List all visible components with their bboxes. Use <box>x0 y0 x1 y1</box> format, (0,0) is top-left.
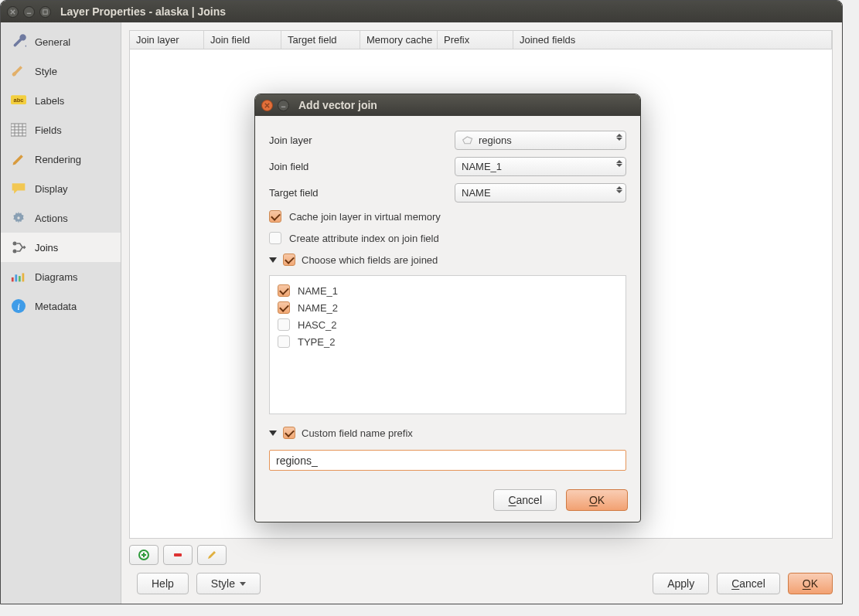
label-custom-prefix: Custom field name prefix <box>302 427 413 439</box>
grid-icon <box>10 121 27 138</box>
dialog-ok-button[interactable]: OK <box>566 489 628 511</box>
cache-checkbox[interactable] <box>269 210 281 223</box>
expander-triangle-icon[interactable] <box>269 257 277 263</box>
create-index-checkbox[interactable] <box>269 232 281 244</box>
joins-toolbar <box>129 545 833 565</box>
add-vector-join-dialog: Add vector join Join layer regions Join … <box>254 94 641 522</box>
sidebar-item-label: Display <box>35 183 68 195</box>
field-checkbox[interactable] <box>278 301 290 314</box>
maximize-window-icon[interactable] <box>39 6 51 18</box>
wrench-icon <box>10 33 27 50</box>
sidebar-item-metadata[interactable]: i Metadata <box>1 291 121 321</box>
sidebar-item-label: Actions <box>35 213 68 224</box>
label-choose-fields: Choose which fields are joined <box>302 254 438 266</box>
col-memory-cache[interactable]: Memory cache <box>360 31 438 49</box>
sidebar-item-label: Fields <box>35 124 62 136</box>
apply-button[interactable]: Apply <box>653 573 709 594</box>
label-join-layer: Join layer <box>269 134 455 146</box>
custom-prefix-checkbox[interactable] <box>283 427 295 439</box>
field-checkbox[interactable] <box>278 318 290 331</box>
help-button[interactable]: Help <box>137 573 189 594</box>
dialog-close-icon[interactable] <box>261 100 273 111</box>
field-choice-item[interactable]: NAME_1 <box>278 282 618 299</box>
svg-point-7 <box>13 250 17 254</box>
expander-triangle-icon[interactable] <box>269 431 277 436</box>
choose-fields-checkbox[interactable] <box>283 254 295 266</box>
target-field-combo[interactable]: NAME <box>455 183 626 202</box>
join-field-combo[interactable]: NAME_1 <box>455 157 626 176</box>
cancel-button[interactable]: Cancel <box>717 573 780 594</box>
dialog-cancel-button[interactable]: Cancel <box>493 489 557 511</box>
sidebar-item-rendering[interactable]: Rendering <box>1 145 121 174</box>
gear-icon <box>10 209 27 226</box>
field-choice-item[interactable]: HASC_2 <box>278 316 618 333</box>
field-checkbox[interactable] <box>278 284 290 297</box>
col-joined-fields[interactable]: Joined fields <box>513 31 832 49</box>
col-join-field[interactable]: Join field <box>204 31 281 49</box>
sidebar-item-label: General <box>35 36 70 48</box>
window-title: Layer Properties - alaska | Joins <box>60 5 226 18</box>
label-cache: Cache join layer in virtual memory <box>289 211 441 223</box>
sidebar-item-joins[interactable]: Joins <box>1 233 121 262</box>
sidebar-item-fields[interactable]: Fields <box>1 115 121 145</box>
remove-join-button[interactable] <box>163 545 193 565</box>
speech-bubble-icon <box>10 180 27 197</box>
svg-rect-9 <box>15 274 17 281</box>
close-window-icon[interactable] <box>7 6 19 18</box>
sidebar-item-label: Rendering <box>35 154 81 165</box>
sidebar-item-label: Labels <box>35 95 64 107</box>
paintbrush-icon <box>10 63 27 80</box>
label-join-field: Join field <box>269 161 455 172</box>
label-create-index: Create attribute index on join field <box>289 233 439 244</box>
col-prefix[interactable]: Prefix <box>438 31 513 49</box>
properties-sidebar: General Style abc Labels Fields Renderin… <box>1 22 121 604</box>
sidebar-item-label: Metadata <box>35 301 77 312</box>
svg-rect-10 <box>19 276 21 281</box>
edit-join-button[interactable] <box>197 545 227 565</box>
joins-icon <box>10 239 27 256</box>
brush-icon <box>10 151 27 168</box>
svg-point-6 <box>13 242 17 246</box>
field-choice-list[interactable]: NAME_1 NAME_2 HASC_2 TYPE_2 <box>269 275 626 414</box>
field-choice-item[interactable]: NAME_2 <box>278 299 618 316</box>
svg-rect-11 <box>22 273 25 281</box>
abc-label-icon: abc <box>10 92 27 109</box>
sidebar-item-diagrams[interactable]: Diagrams <box>1 262 121 291</box>
sidebar-item-style[interactable]: Style <box>1 56 121 86</box>
join-layer-combo[interactable]: regions <box>455 131 626 150</box>
chevron-down-icon <box>240 582 246 586</box>
joins-table-header: Join layer Join field Target field Memor… <box>130 31 832 49</box>
label-target-field: Target field <box>269 187 455 199</box>
style-dropdown[interactable]: Style <box>196 573 261 594</box>
main-titlebar: Layer Properties - alaska | Joins <box>1 1 842 22</box>
svg-rect-0 <box>43 9 47 13</box>
add-join-button[interactable] <box>129 545 159 565</box>
sidebar-item-display[interactable]: Display <box>1 174 121 203</box>
polygon-layer-icon <box>462 134 474 145</box>
chart-icon <box>10 268 27 285</box>
col-target-field[interactable]: Target field <box>281 31 360 49</box>
minimize-window-icon[interactable] <box>23 6 35 18</box>
col-join-layer[interactable]: Join layer <box>130 31 204 49</box>
sidebar-item-label: Style <box>35 66 57 77</box>
sidebar-item-actions[interactable]: Actions <box>1 203 121 233</box>
prefix-input[interactable] <box>269 450 626 471</box>
field-choice-item[interactable]: TYPE_2 <box>278 333 618 350</box>
info-icon: i <box>10 298 27 315</box>
sidebar-item-label: Diagrams <box>35 271 78 283</box>
ok-button[interactable]: OK <box>788 573 833 594</box>
dialog-title: Add vector join <box>298 99 377 111</box>
sidebar-item-label: Joins <box>35 242 58 254</box>
svg-text:abc: abc <box>14 97 24 104</box>
field-checkbox[interactable] <box>278 335 290 348</box>
svg-rect-8 <box>12 277 14 281</box>
sidebar-item-general[interactable]: General <box>1 27 121 56</box>
svg-text:i: i <box>17 301 20 312</box>
svg-rect-15 <box>174 553 182 556</box>
sidebar-item-labels[interactable]: abc Labels <box>1 86 121 115</box>
dialog-minimize-icon[interactable] <box>278 100 289 111</box>
svg-point-5 <box>17 216 19 219</box>
